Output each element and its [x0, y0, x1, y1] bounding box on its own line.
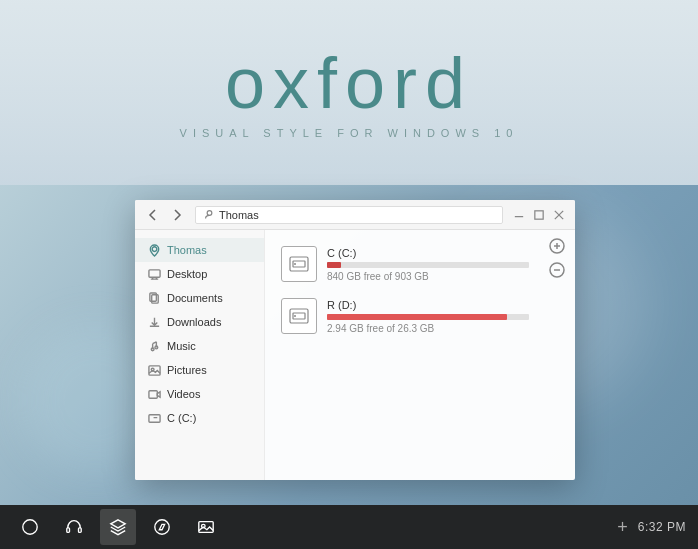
sidebar-thomas-label: Thomas	[167, 244, 207, 256]
back-button[interactable]	[143, 205, 163, 225]
svg-point-0	[207, 211, 212, 216]
drive-c-name: C (C:)	[327, 247, 529, 259]
nav-buttons	[143, 205, 187, 225]
svg-rect-34	[79, 528, 82, 533]
drive-c-size: 840 GB free of 903 GB	[327, 271, 529, 282]
titlebar: Thomas	[135, 200, 575, 230]
documents-icon	[147, 291, 161, 305]
svg-marker-35	[111, 520, 125, 528]
minimize-button[interactable]	[511, 207, 527, 223]
taskbar-right: + 6:32 PM	[617, 517, 686, 538]
taskbar-apps	[12, 509, 224, 545]
svg-point-5	[152, 246, 157, 251]
sidebar-item-thomas[interactable]: Thomas	[135, 238, 264, 262]
svg-point-36	[155, 520, 169, 534]
drive-item-r[interactable]: R (D:) 2.94 GB free of 26.3 GB	[273, 292, 537, 340]
headphones-button[interactable]	[56, 509, 92, 545]
drive-c-icon	[281, 246, 317, 282]
svg-rect-38	[199, 522, 213, 533]
sidebar-item-pictures[interactable]: Pictures	[135, 358, 264, 382]
sidebar-item-music[interactable]: Music	[135, 334, 264, 358]
drive-c-bar-fill	[327, 262, 341, 268]
drive-r-name: R (D:)	[327, 299, 529, 311]
titlebar-controls	[511, 207, 567, 223]
drive-r-icon	[281, 298, 317, 334]
main-area: Thomas	[0, 185, 698, 505]
desktop-icon	[147, 267, 161, 281]
taskbar: + 6:32 PM	[0, 505, 698, 549]
clock: 6:32 PM	[638, 520, 686, 534]
drive-icon	[147, 411, 161, 425]
sidebar-videos-label: Videos	[167, 388, 200, 400]
sidebar-item-documents[interactable]: Documents	[135, 286, 264, 310]
pictures-icon	[147, 363, 161, 377]
drive-c-bar-bg	[327, 262, 529, 268]
add-tab-button[interactable]: +	[617, 517, 628, 538]
svg-rect-17	[148, 390, 156, 397]
content-area: C (C:) 840 GB free of 903 GB	[265, 230, 575, 480]
downloads-icon	[147, 315, 161, 329]
compass-button[interactable]	[144, 509, 180, 545]
drive-list: C (C:) 840 GB free of 903 GB	[273, 240, 567, 340]
drive-item-c[interactable]: C (C:) 840 GB free of 903 GB	[273, 240, 537, 288]
sidebar-music-label: Music	[167, 340, 196, 352]
app-subtitle: VISUAL STYLE FOR WINDOWS 10	[180, 127, 519, 139]
address-bar: Thomas	[195, 206, 503, 224]
forward-button[interactable]	[167, 205, 187, 225]
file-explorer-window: Thomas	[135, 200, 575, 480]
image-button[interactable]	[188, 509, 224, 545]
drive-r-bar-bg	[327, 314, 529, 320]
action-buttons	[547, 236, 567, 280]
drive-r-bar-fill	[327, 314, 507, 320]
sidebar-pictures-label: Pictures	[167, 364, 207, 376]
sidebar: Thomas Desktop	[135, 230, 265, 480]
sidebar-c-drive-label: C (C:)	[167, 412, 196, 424]
svg-point-32	[23, 520, 37, 534]
address-box[interactable]: Thomas	[195, 206, 503, 224]
videos-icon	[147, 387, 161, 401]
sidebar-desktop-label: Desktop	[167, 268, 207, 280]
layers-button[interactable]	[100, 509, 136, 545]
sidebar-downloads-label: Downloads	[167, 316, 221, 328]
sidebar-item-videos[interactable]: Videos	[135, 382, 264, 406]
sidebar-documents-label: Documents	[167, 292, 223, 304]
svg-rect-6	[148, 269, 159, 276]
svg-point-13	[154, 346, 157, 349]
svg-rect-33	[67, 528, 70, 533]
address-text: Thomas	[219, 209, 259, 221]
app-title: oxford	[225, 47, 473, 119]
remove-button[interactable]	[547, 260, 567, 280]
close-button[interactable]	[551, 207, 567, 223]
start-button[interactable]	[12, 509, 48, 545]
svg-marker-37	[159, 524, 164, 529]
svg-rect-18	[148, 414, 159, 421]
music-icon	[147, 339, 161, 353]
svg-rect-2	[535, 210, 543, 218]
explorer-body: Thomas Desktop	[135, 230, 575, 480]
sidebar-item-c-drive[interactable]: C (C:)	[135, 406, 264, 430]
drive-r-size: 2.94 GB free of 26.3 GB	[327, 323, 529, 334]
header-area: oxford VISUAL STYLE FOR WINDOWS 10	[0, 0, 698, 185]
drive-r-info: R (D:) 2.94 GB free of 26.3 GB	[327, 299, 529, 334]
location-icon	[147, 243, 161, 257]
drive-c-info: C (C:) 840 GB free of 903 GB	[327, 247, 529, 282]
add-button[interactable]	[547, 236, 567, 256]
sidebar-item-downloads[interactable]: Downloads	[135, 310, 264, 334]
sidebar-item-desktop[interactable]: Desktop	[135, 262, 264, 286]
maximize-button[interactable]	[531, 207, 547, 223]
